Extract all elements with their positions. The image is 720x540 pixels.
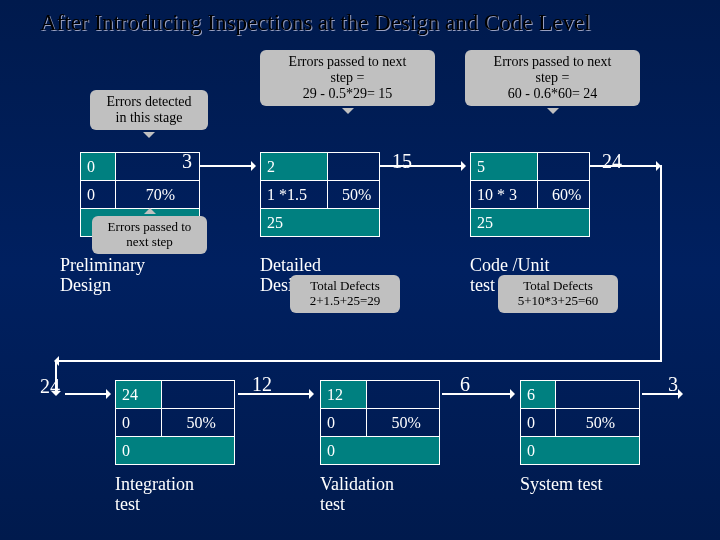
cell <box>538 153 590 181</box>
label-validation: Validation test <box>320 475 460 515</box>
label-prelim: Preliminary Design <box>60 256 200 296</box>
callout-total-code: Total Defects 5+10*3+25=60 <box>498 275 618 313</box>
label-system: System test <box>520 475 660 495</box>
out-detailed: 15 <box>392 150 412 173</box>
cell <box>367 381 440 409</box>
cell <box>162 381 235 409</box>
cell: 2 <box>261 153 328 181</box>
cell <box>328 153 380 181</box>
cell: 0 <box>81 181 116 209</box>
callout-errors-detected: Errors detected in this stage <box>90 90 208 130</box>
table-integration: 24 050% 0 <box>115 380 235 465</box>
cell: 25 <box>261 209 380 237</box>
arrow <box>65 393 110 395</box>
cell: 0 <box>321 437 440 465</box>
callout-pass-code: Errors passed to next step = 60 - 0.6*60… <box>465 50 640 106</box>
wire <box>660 165 662 360</box>
cell: 12 <box>321 381 367 409</box>
cell: 0 <box>521 437 640 465</box>
cell: 0 <box>116 437 235 465</box>
cell: 24 <box>116 381 162 409</box>
arrow <box>200 165 255 167</box>
cell <box>555 381 639 409</box>
table-detailed: 2 1 *1.550% 25 <box>260 152 380 237</box>
cell: 0 <box>521 409 556 437</box>
cell: 60% <box>538 181 590 209</box>
table-validation: 12 050% 0 <box>320 380 440 465</box>
arrow <box>590 165 660 167</box>
arrow <box>442 393 514 395</box>
table-code: 5 10 * 360% 25 <box>470 152 590 237</box>
cell: 0 <box>81 153 116 181</box>
slide-title: After Introducing Inspections at the Des… <box>40 10 700 36</box>
cell: 10 * 3 <box>471 181 538 209</box>
callout-errors-passed-next: Errors passed to next step <box>92 216 207 254</box>
cell: 5 <box>471 153 538 181</box>
table-system: 6 050% 0 <box>520 380 640 465</box>
arrow <box>380 165 465 167</box>
cell: 0 <box>116 409 162 437</box>
out-code: 24 <box>602 150 622 173</box>
arrow <box>238 393 313 395</box>
cell: 6 <box>521 381 556 409</box>
cell: 70% <box>115 181 199 209</box>
arrow <box>642 393 682 395</box>
arrow <box>55 360 662 362</box>
label-integration: Integration test <box>115 475 255 515</box>
cell: 0 <box>321 409 367 437</box>
cell: 50% <box>555 409 639 437</box>
cell: 50% <box>162 409 235 437</box>
callout-total-detailed: Total Defects 2+1.5+25=29 <box>290 275 400 313</box>
cell: 50% <box>367 409 440 437</box>
in-integration: 24 <box>40 375 60 398</box>
callout-pass-detailed: Errors passed to next step = 29 - 0.5*29… <box>260 50 435 106</box>
out-prelim: 3 <box>182 150 192 173</box>
cell: 25 <box>471 209 590 237</box>
cell: 1 *1.5 <box>261 181 328 209</box>
cell: 50% <box>328 181 380 209</box>
